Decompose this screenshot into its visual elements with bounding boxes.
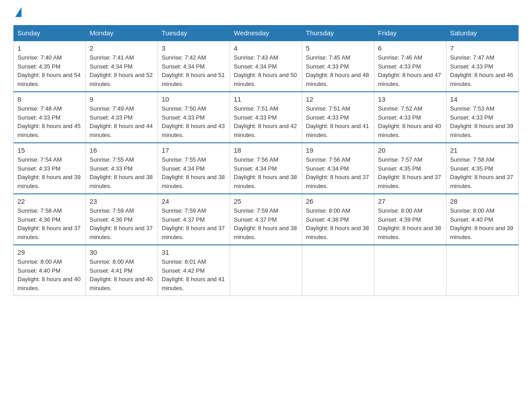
day-info: Sunrise: 8:00 AMSunset: 4:38 PMDaylight:… [306, 206, 370, 241]
weekday-header-friday: Friday [374, 26, 446, 41]
day-info: Sunrise: 7:46 AMSunset: 4:33 PMDaylight:… [378, 53, 442, 88]
day-number: 7 [450, 44, 515, 52]
calendar-cell: 18Sunrise: 7:56 AMSunset: 4:34 PMDayligh… [230, 143, 302, 194]
day-number: 1 [17, 44, 82, 52]
day-info: Sunrise: 7:45 AMSunset: 4:33 PMDaylight:… [306, 53, 370, 88]
day-info: Sunrise: 8:00 AMSunset: 4:40 PMDaylight:… [450, 206, 515, 241]
calendar-cell: 24Sunrise: 7:59 AMSunset: 4:37 PMDayligh… [158, 194, 230, 245]
calendar-cell [302, 245, 374, 296]
calendar-cell: 19Sunrise: 7:56 AMSunset: 4:34 PMDayligh… [302, 143, 374, 194]
day-info: Sunrise: 7:54 AMSunset: 4:33 PMDaylight:… [17, 155, 82, 190]
day-number: 6 [378, 44, 442, 52]
weekday-header-monday: Monday [86, 26, 158, 41]
calendar-cell: 29Sunrise: 8:00 AMSunset: 4:40 PMDayligh… [14, 245, 86, 296]
weekday-header-tuesday: Tuesday [158, 26, 230, 41]
day-number: 12 [306, 95, 370, 103]
week-row-5: 29Sunrise: 8:00 AMSunset: 4:40 PMDayligh… [14, 245, 519, 296]
day-number: 22 [17, 197, 82, 205]
day-info: Sunrise: 7:56 AMSunset: 4:34 PMDaylight:… [306, 155, 370, 190]
day-info: Sunrise: 7:59 AMSunset: 4:37 PMDaylight:… [234, 206, 298, 241]
logo [13, 9, 21, 17]
calendar-cell: 28Sunrise: 8:00 AMSunset: 4:40 PMDayligh… [446, 194, 519, 245]
day-info: Sunrise: 7:55 AMSunset: 4:33 PMDaylight:… [90, 155, 154, 190]
day-number: 9 [90, 95, 154, 103]
day-number: 13 [378, 95, 442, 103]
calendar-cell [230, 245, 302, 296]
calendar-cell: 1Sunrise: 7:40 AMSunset: 4:35 PMDaylight… [14, 41, 86, 92]
day-number: 20 [378, 146, 442, 154]
calendar-cell [374, 245, 446, 296]
day-number: 21 [450, 146, 515, 154]
day-info: Sunrise: 7:59 AMSunset: 4:37 PMDaylight:… [162, 206, 226, 241]
calendar-cell: 10Sunrise: 7:50 AMSunset: 4:33 PMDayligh… [158, 92, 230, 143]
week-row-2: 8Sunrise: 7:48 AMSunset: 4:33 PMDaylight… [14, 92, 519, 143]
day-number: 19 [306, 146, 370, 154]
day-info: Sunrise: 7:55 AMSunset: 4:34 PMDaylight:… [162, 155, 226, 190]
day-info: Sunrise: 7:51 AMSunset: 4:33 PMDaylight:… [234, 104, 298, 139]
day-number: 17 [162, 146, 226, 154]
day-number: 11 [234, 95, 298, 103]
day-info: Sunrise: 7:47 AMSunset: 4:33 PMDaylight:… [450, 53, 515, 88]
calendar-table: SundayMondayTuesdayWednesdayThursdayFrid… [13, 25, 519, 296]
calendar-cell: 6Sunrise: 7:46 AMSunset: 4:33 PMDaylight… [374, 41, 446, 92]
day-info: Sunrise: 7:41 AMSunset: 4:34 PMDaylight:… [90, 53, 154, 88]
day-number: 5 [306, 44, 370, 52]
page-header [13, 9, 519, 17]
day-info: Sunrise: 7:40 AMSunset: 4:35 PMDaylight:… [17, 53, 82, 88]
day-number: 8 [17, 95, 82, 103]
day-number: 23 [90, 197, 154, 205]
day-info: Sunrise: 7:42 AMSunset: 4:34 PMDaylight:… [162, 53, 226, 88]
day-info: Sunrise: 7:48 AMSunset: 4:33 PMDaylight:… [17, 104, 82, 139]
calendar-cell: 5Sunrise: 7:45 AMSunset: 4:33 PMDaylight… [302, 41, 374, 92]
calendar-cell: 2Sunrise: 7:41 AMSunset: 4:34 PMDaylight… [86, 41, 158, 92]
day-number: 10 [162, 95, 226, 103]
day-info: Sunrise: 7:51 AMSunset: 4:33 PMDaylight:… [306, 104, 370, 139]
day-info: Sunrise: 7:56 AMSunset: 4:34 PMDaylight:… [234, 155, 298, 190]
day-number: 28 [450, 197, 515, 205]
calendar-cell: 16Sunrise: 7:55 AMSunset: 4:33 PMDayligh… [86, 143, 158, 194]
day-number: 2 [90, 44, 154, 52]
calendar-cell: 7Sunrise: 7:47 AMSunset: 4:33 PMDaylight… [446, 41, 519, 92]
day-info: Sunrise: 8:00 AMSunset: 4:39 PMDaylight:… [378, 206, 442, 241]
weekday-header-wednesday: Wednesday [230, 26, 302, 41]
calendar-cell: 26Sunrise: 8:00 AMSunset: 4:38 PMDayligh… [302, 194, 374, 245]
weekday-header-saturday: Saturday [446, 26, 519, 41]
day-info: Sunrise: 8:00 AMSunset: 4:40 PMDaylight:… [17, 257, 82, 292]
calendar-cell: 30Sunrise: 8:00 AMSunset: 4:41 PMDayligh… [86, 245, 158, 296]
calendar-cell: 12Sunrise: 7:51 AMSunset: 4:33 PMDayligh… [302, 92, 374, 143]
calendar-cell: 20Sunrise: 7:57 AMSunset: 4:35 PMDayligh… [374, 143, 446, 194]
calendar-cell [446, 245, 519, 296]
day-number: 3 [162, 44, 226, 52]
calendar-cell: 31Sunrise: 8:01 AMSunset: 4:42 PMDayligh… [158, 245, 230, 296]
week-row-1: 1Sunrise: 7:40 AMSunset: 4:35 PMDaylight… [14, 41, 519, 92]
day-info: Sunrise: 7:49 AMSunset: 4:33 PMDaylight:… [90, 104, 154, 139]
calendar-cell: 21Sunrise: 7:58 AMSunset: 4:35 PMDayligh… [446, 143, 519, 194]
day-number: 24 [162, 197, 226, 205]
day-info: Sunrise: 7:57 AMSunset: 4:35 PMDaylight:… [378, 155, 442, 190]
calendar-cell: 22Sunrise: 7:58 AMSunset: 4:36 PMDayligh… [14, 194, 86, 245]
week-row-3: 15Sunrise: 7:54 AMSunset: 4:33 PMDayligh… [14, 143, 519, 194]
day-info: Sunrise: 7:58 AMSunset: 4:35 PMDaylight:… [450, 155, 515, 190]
day-info: Sunrise: 7:53 AMSunset: 4:33 PMDaylight:… [450, 104, 515, 139]
day-info: Sunrise: 7:52 AMSunset: 4:33 PMDaylight:… [378, 104, 442, 139]
day-number: 29 [17, 248, 82, 256]
day-number: 31 [162, 248, 226, 256]
day-number: 4 [234, 44, 298, 52]
calendar-cell: 8Sunrise: 7:48 AMSunset: 4:33 PMDaylight… [14, 92, 86, 143]
day-number: 18 [234, 146, 298, 154]
weekday-header-row: SundayMondayTuesdayWednesdayThursdayFrid… [14, 26, 519, 41]
day-number: 27 [378, 197, 442, 205]
calendar-cell: 14Sunrise: 7:53 AMSunset: 4:33 PMDayligh… [446, 92, 519, 143]
calendar-cell: 15Sunrise: 7:54 AMSunset: 4:33 PMDayligh… [14, 143, 86, 194]
day-info: Sunrise: 7:59 AMSunset: 4:36 PMDaylight:… [90, 206, 154, 241]
calendar-cell: 17Sunrise: 7:55 AMSunset: 4:34 PMDayligh… [158, 143, 230, 194]
calendar-cell: 23Sunrise: 7:59 AMSunset: 4:36 PMDayligh… [86, 194, 158, 245]
week-row-4: 22Sunrise: 7:58 AMSunset: 4:36 PMDayligh… [14, 194, 519, 245]
calendar-cell: 13Sunrise: 7:52 AMSunset: 4:33 PMDayligh… [374, 92, 446, 143]
weekday-header-thursday: Thursday [302, 26, 374, 41]
day-info: Sunrise: 7:58 AMSunset: 4:36 PMDaylight:… [17, 206, 82, 241]
day-info: Sunrise: 8:00 AMSunset: 4:41 PMDaylight:… [90, 257, 154, 292]
calendar-cell: 27Sunrise: 8:00 AMSunset: 4:39 PMDayligh… [374, 194, 446, 245]
weekday-header-sunday: Sunday [14, 26, 86, 41]
calendar-cell: 9Sunrise: 7:49 AMSunset: 4:33 PMDaylight… [86, 92, 158, 143]
